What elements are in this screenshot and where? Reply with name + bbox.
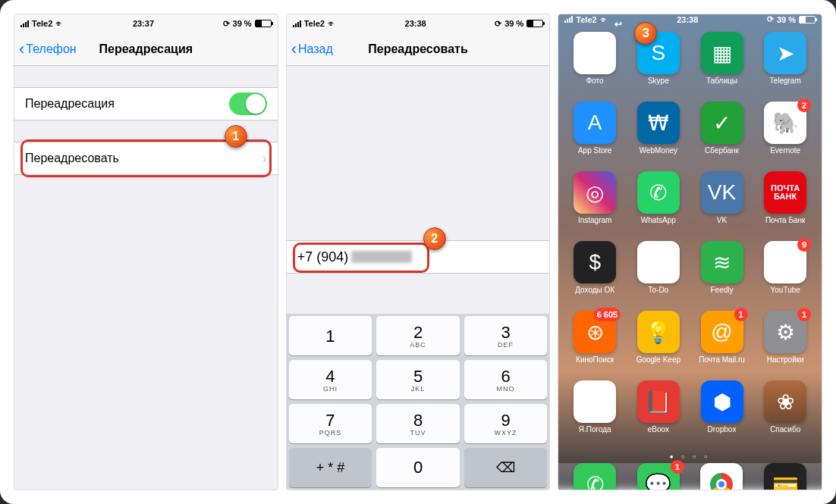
app-Dropbox[interactable]: ⬢Dropbox: [690, 380, 754, 450]
app-phone[interactable]: ✆: [574, 463, 616, 490]
wifi-icon: ᯤ: [55, 19, 64, 28]
numeric-keypad: 12ABC3DEF4GHI5JKL6MNO7PQRS8TUV9WXYZ + * …: [287, 314, 550, 490]
toggle-label: Переадресация: [25, 97, 115, 111]
redacted-segment: [351, 251, 412, 263]
app-To-Do[interactable]: ✓To-Do: [627, 241, 690, 311]
app-label: WhatsApp: [641, 216, 676, 224]
clock: 23:38: [405, 19, 426, 28]
app-Почта Банк[interactable]: ПОЧТА БАНКПочта Банк: [753, 171, 817, 241]
app-Skype[interactable]: SSkype: [627, 32, 690, 102]
app-label: КиноПоиск: [576, 355, 614, 364]
status-bar: Tele2 ᯤ 23:38 ⟳ 39 %: [287, 14, 550, 33]
app-icon: ☂: [574, 380, 616, 423]
app-Сбербанк[interactable]: ✓Сбербанк: [690, 102, 754, 171]
key-5[interactable]: 5JKL: [376, 360, 460, 399]
clock: 23:38: [677, 15, 698, 24]
notification-badge: 1: [797, 308, 811, 321]
chevron-right-icon: ›: [262, 151, 267, 167]
app-Instagram[interactable]: ◎Instagram: [563, 171, 627, 241]
app-icon: ⚙1: [764, 311, 806, 353]
app-label: Настройки: [767, 355, 804, 364]
toggle-switch[interactable]: [229, 92, 267, 115]
key-symbols[interactable]: + * #: [289, 448, 372, 487]
app-messages[interactable]: 💬1: [637, 463, 680, 490]
key-9[interactable]: 9WXYZ: [464, 404, 548, 443]
app-Доходы ОК[interactable]: $Доходы ОК: [563, 241, 627, 311]
app-YouTube[interactable]: ▶9YouTube: [753, 241, 817, 311]
app-icon: ₩: [637, 102, 680, 144]
app-Feedly[interactable]: ≋Feedly: [690, 241, 754, 311]
app-label: eBoox: [648, 425, 669, 434]
back-button[interactable]: ‹ Телефон: [19, 41, 77, 58]
app-label: WebMoney: [640, 146, 677, 155]
app-Таблицы[interactable]: ▦Таблицы: [690, 32, 754, 102]
app-Настройки[interactable]: ⚙1Настройки: [753, 311, 817, 380]
key-4[interactable]: 4GHI: [289, 360, 372, 399]
app-wallet[interactable]: 💳: [764, 463, 806, 490]
app-WebMoney[interactable]: ₩WebMoney: [627, 102, 690, 171]
app-label: Доходы ОК: [575, 286, 614, 294]
app-label: Сбербанк: [705, 146, 739, 155]
wifi-icon: ᯤ: [328, 19, 336, 28]
battery-percent: 39 %: [504, 19, 523, 28]
notification-badge: 9: [797, 238, 811, 252]
app-VK[interactable]: VKVK: [690, 171, 754, 241]
battery-icon: [799, 16, 816, 23]
app-chrome[interactable]: [700, 463, 743, 490]
carrier-label: Tele2: [304, 19, 325, 28]
app-icon: 💳: [764, 463, 806, 490]
app-Фото[interactable]: ✿Фото: [563, 32, 627, 102]
app-Спасибо[interactable]: ❀Спасибо: [753, 380, 817, 450]
nav-bar: ‹ Телефон Переадресация: [14, 33, 278, 66]
back-button[interactable]: ‹ Назад: [291, 41, 333, 58]
forwarding-toggle-row[interactable]: Переадресация: [14, 87, 278, 121]
dock: ✆💬1💳: [558, 463, 822, 490]
key-8[interactable]: 8TUV: [376, 404, 460, 443]
app-icon: $: [574, 241, 616, 283]
app-icon: ≋: [701, 241, 743, 283]
key-6[interactable]: 6MNO: [464, 360, 548, 399]
screen-forward-number-entry: Tele2 ᯤ 23:38 ⟳ 39 % ‹ Назад Переадресов…: [286, 14, 551, 490]
nav-title: Переадресовать: [368, 42, 467, 56]
app-icon: VK: [701, 171, 743, 214]
app-App Store[interactable]: AApp Store: [563, 102, 627, 171]
app-icon: ✆: [637, 171, 680, 214]
annotation-marker-1: 1: [225, 125, 247, 148]
call-forwarding-icon: ↪: [614, 19, 622, 30]
app-Evernote[interactable]: 🐘2Evernote: [753, 102, 817, 171]
app-Telegram[interactable]: ➤Telegram: [753, 32, 817, 102]
forward-to-label: Переадресовать: [25, 152, 119, 165]
app-label: VK: [717, 216, 727, 224]
key-2[interactable]: 2ABC: [376, 316, 460, 355]
key-1[interactable]: 1: [289, 316, 372, 355]
app-icon: 💡: [637, 311, 680, 353]
key-backspace[interactable]: ⌫: [464, 448, 548, 487]
app-Почта Mail.ru[interactable]: @1Почта Mail.ru: [690, 311, 754, 380]
app-label: Почта Mail.ru: [699, 355, 745, 364]
app-Google Keep[interactable]: 💡Google Keep: [627, 311, 690, 380]
app-icon: ✆: [574, 463, 616, 490]
app-Я.Погода[interactable]: ☂Я.Погода: [563, 380, 627, 450]
app-КиноПоиск[interactable]: ⊛6 605КиноПоиск: [563, 311, 627, 380]
app-label: Feedly: [711, 286, 734, 294]
app-label: Telegram: [770, 77, 801, 85]
key-0[interactable]: 0: [376, 448, 460, 487]
app-WhatsApp[interactable]: ✆WhatsApp: [627, 171, 690, 241]
phone-number-field[interactable]: +7 (904) 2: [287, 240, 550, 274]
screen-home: Tele2 ᯤ ↪ 23:38 ⟳ 39 % 3 ✿ФотоSSkype▦Таб…: [558, 14, 822, 490]
annotation-marker-2: 2: [423, 227, 446, 250]
key-7[interactable]: 7PQRS: [289, 404, 372, 443]
clock: 23:37: [133, 19, 154, 28]
app-label: YouTube: [771, 286, 800, 294]
app-eBoox[interactable]: 📕eBoox: [627, 380, 690, 450]
app-label: Skype: [648, 77, 669, 85]
nav-title: Переадресация: [99, 42, 193, 56]
app-icon: A: [574, 102, 616, 144]
chevron-left-icon: ‹: [291, 41, 297, 58]
key-3[interactable]: 3DEF: [464, 316, 548, 355]
app-icon: ✿: [574, 32, 616, 74]
notification-badge: 2: [797, 99, 811, 112]
battery-percent: 39 %: [777, 15, 796, 24]
notification-badge: 1: [734, 308, 748, 321]
status-bar: Tele2 ᯤ ↪ 23:38 ⟳ 39 %: [558, 14, 822, 24]
